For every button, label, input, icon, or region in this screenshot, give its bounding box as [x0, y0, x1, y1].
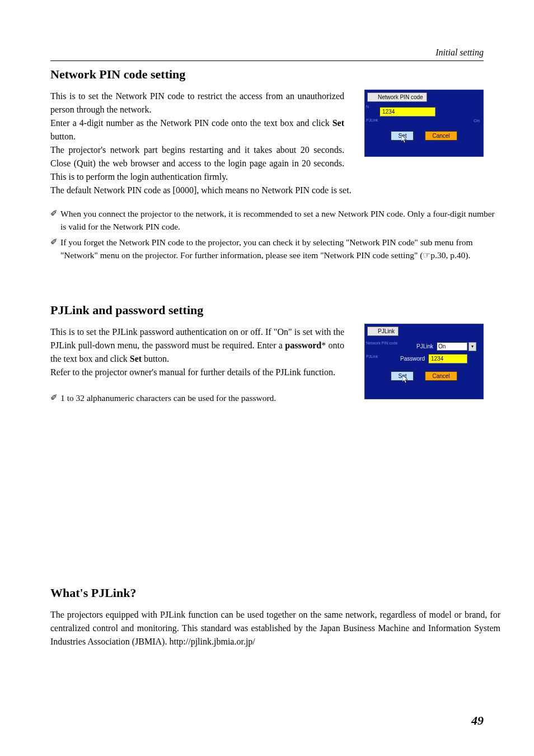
section1-p3: The projector's network part begins rest… [50, 143, 344, 184]
password-label: Password [397, 356, 428, 362]
section2-p2: Refer to the projector owner's manual fo… [50, 366, 344, 379]
password-input[interactable]: 1234 [428, 354, 467, 363]
dialog-network-pin: Network PIN code N PJLink On 1234 Set Ca… [364, 90, 484, 157]
section3-p1: The projectors equipped with PJLink func… [50, 608, 500, 648]
side-label-pin: Network PIN code [366, 341, 397, 345]
note-item: ✐ If you forget the Network PIN code to … [50, 236, 500, 262]
header-rule [50, 60, 484, 61]
cancel-button[interactable]: Cancel [425, 131, 457, 141]
dialog-titlebar: PJLink [365, 324, 483, 337]
right-label-on: On [474, 118, 480, 123]
section1-notes: ✐ When you connect the projector to the … [50, 207, 500, 262]
pjlink-label: PJLink [406, 343, 437, 349]
section1-p4: The default Network PIN code as [0000], … [50, 184, 500, 197]
text: Enter a 4-digit number as the Network PI… [50, 118, 332, 128]
section1-heading: Network PIN code setting [50, 67, 500, 82]
section1-p1: This is to set the Network PIN code to r… [50, 90, 344, 116]
dropdown-arrow-icon[interactable]: ▾ [469, 342, 476, 351]
dialog-title: PJLink [367, 326, 399, 336]
side-label: N [366, 105, 369, 109]
note-text: If you forget the Network PIN code to th… [60, 236, 500, 262]
dialog-titlebar: Network PIN code [365, 90, 483, 102]
cursor-icon [401, 135, 408, 144]
side-label-pjlink: PJLink [366, 354, 378, 358]
header-breadcrumb: Initial setting [435, 48, 484, 58]
note-text: When you connect the projector to the ne… [60, 207, 500, 234]
dialog-pjlink: PJLink Network PIN code PJLink PJLink On… [364, 324, 484, 399]
text-bold: password [285, 340, 321, 350]
page-number: 49 [471, 713, 484, 728]
section1-p2: Enter a 4-digit number as the Network PI… [50, 116, 344, 143]
text: button. [142, 354, 169, 363]
section2-p1: This is to set the PJLink password authe… [50, 325, 344, 366]
cursor-icon [402, 375, 409, 384]
cancel-button[interactable]: Cancel [425, 371, 457, 381]
note-bullet-icon: ✐ [50, 391, 60, 404]
text: button. [50, 132, 76, 141]
dialog-title: Network PIN code [367, 92, 427, 102]
section3-heading: What's PJLink? [50, 586, 500, 600]
side-label-pjlink: PJLink [366, 118, 378, 122]
set-button[interactable]: Set [391, 371, 414, 381]
note-item: ✐ When you connect the projector to the … [50, 207, 500, 234]
note-bullet-icon: ✐ [50, 236, 60, 262]
note-bullet-icon: ✐ [50, 207, 60, 234]
pjlink-select[interactable]: On [437, 342, 467, 351]
pin-code-input[interactable]: 1234 [380, 107, 435, 116]
section2-heading: PJLink and password setting [50, 303, 500, 318]
set-button[interactable]: Set [391, 131, 414, 141]
text-bold: Set [332, 118, 344, 128]
text-bold: Set [130, 354, 142, 363]
